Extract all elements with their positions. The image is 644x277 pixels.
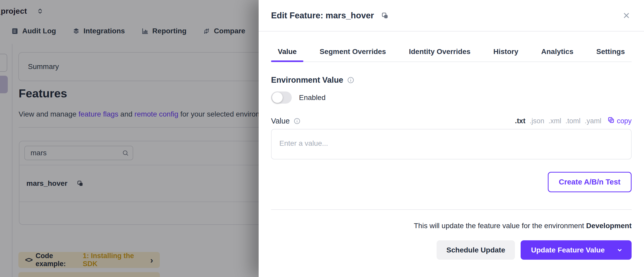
copy-value-button[interactable]: copy xyxy=(608,117,632,125)
update-notice: This will update the feature value for t… xyxy=(271,222,632,230)
tab-value[interactable]: Value xyxy=(271,48,303,61)
tab-segment-overrides[interactable]: Segment Overrides xyxy=(313,48,393,61)
footer-divider xyxy=(271,209,632,210)
modal-actions: Schedule Update Update Feature Value xyxy=(271,240,632,260)
format-toml[interactable]: .toml xyxy=(565,117,581,125)
modal-tabs: Value Segment Overrides Identity Overrid… xyxy=(271,48,632,62)
info-icon[interactable] xyxy=(347,76,354,84)
tab-settings[interactable]: Settings xyxy=(590,48,632,61)
environment-value-title: Environment Value xyxy=(271,75,343,85)
modal-header: Edit Feature: mars_hover xyxy=(259,0,644,32)
close-icon[interactable] xyxy=(621,10,632,21)
tab-analytics[interactable]: Analytics xyxy=(535,48,580,61)
value-label-text: Value xyxy=(271,117,290,125)
format-txt[interactable]: .txt xyxy=(515,117,526,125)
app-root: _project Audit Log Integrations xyxy=(0,0,644,277)
toggle-knob xyxy=(272,92,283,103)
enabled-toggle[interactable] xyxy=(271,91,292,104)
info-icon[interactable] xyxy=(294,118,301,125)
format-json[interactable]: .json xyxy=(529,117,544,125)
edit-feature-modal: Edit Feature: mars_hover Value Segment O… xyxy=(259,0,644,277)
update-feature-value-button[interactable]: Update Feature Value xyxy=(521,240,632,260)
chevron-down-icon[interactable] xyxy=(617,247,623,253)
copy-icon xyxy=(608,117,615,125)
notice-text: This will update the feature value for t… xyxy=(414,222,586,230)
environment-value-heading: Environment Value xyxy=(271,75,632,85)
modal-title: Edit Feature: mars_hover xyxy=(271,11,374,20)
update-feature-value-label: Update Feature Value xyxy=(531,246,605,254)
tab-history[interactable]: History xyxy=(487,48,525,61)
format-yaml[interactable]: .yaml xyxy=(585,117,601,125)
copy-label: copy xyxy=(617,117,632,125)
create-abn-test-button[interactable]: Create A/B/n Test xyxy=(548,172,632,192)
environment-name: Development xyxy=(586,222,632,230)
schedule-update-button[interactable]: Schedule Update xyxy=(437,240,515,260)
value-label: Value xyxy=(271,117,301,125)
enabled-toggle-row: Enabled xyxy=(271,91,632,104)
toggle-label: Enabled xyxy=(299,94,326,102)
value-header-row: Value .txt .json .xml .toml .yaml xyxy=(271,117,632,125)
format-switcher: .txt .json .xml .toml .yaml copy xyxy=(515,117,632,125)
value-input[interactable] xyxy=(271,129,632,159)
modal-title-copy-icon[interactable] xyxy=(381,12,389,19)
format-xml[interactable]: .xml xyxy=(548,117,561,125)
modal-body: Value Segment Overrides Identity Overrid… xyxy=(259,48,644,260)
tab-identity-overrides[interactable]: Identity Overrides xyxy=(402,48,477,61)
